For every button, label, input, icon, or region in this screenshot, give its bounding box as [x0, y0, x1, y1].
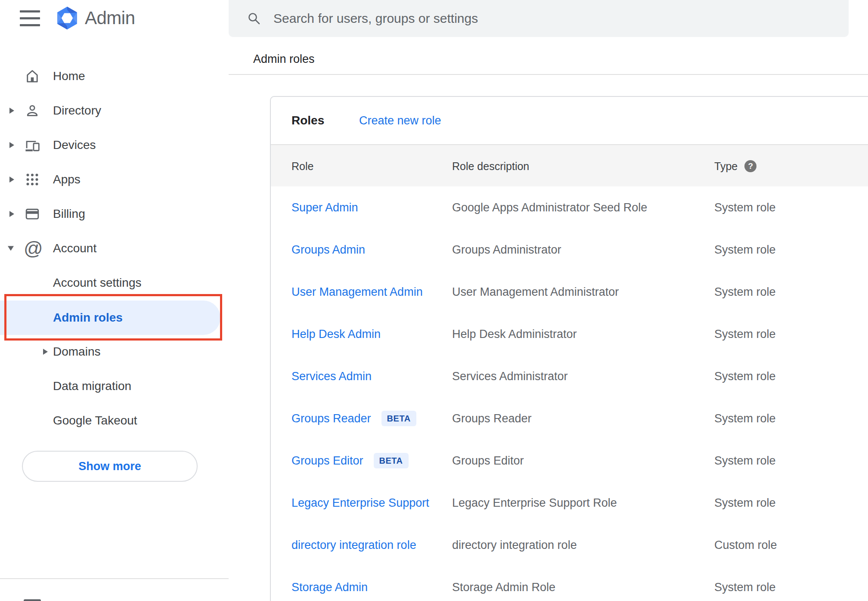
roles-card: Roles Create new role Role Role descript… [270, 96, 868, 601]
role-link[interactable]: Services Admin [291, 370, 372, 383]
google-admin-logo-icon [55, 6, 80, 31]
table-row: Groups Editor BETA Groups Editor System … [271, 440, 868, 483]
sidebar-item-billing[interactable]: Billing [0, 197, 229, 231]
table-row: Legacy Enterprise Support Legacy Enterpr… [271, 482, 868, 525]
role-link[interactable]: Storage Admin [291, 581, 368, 594]
chevron-right-icon[interactable] [9, 177, 14, 183]
table-row: Services Admin Services Administrator Sy… [271, 355, 868, 398]
column-header-type: Type ? [714, 145, 756, 187]
clipped-sidebar-icon [24, 599, 41, 601]
sidebar-item-label: Billing [53, 207, 85, 221]
role-description: Services Administrator [452, 355, 568, 397]
beta-badge: BETA [374, 453, 409, 468]
sidebar-item-label: Account settings [53, 276, 141, 290]
app-title: Admin [85, 5, 135, 31]
role-type: System role [714, 355, 776, 397]
role-type: System role [714, 229, 776, 271]
role-description: Help Desk Administrator [452, 313, 577, 355]
sidebar-item-admin-roles[interactable]: Admin roles [0, 300, 220, 335]
role-description: Legacy Enterprise Support Role [452, 482, 617, 524]
table-row: Storage Admin Storage Admin Role System … [271, 566, 868, 601]
home-icon [25, 68, 40, 84]
credit-card-icon [25, 206, 40, 222]
role-type: System role [714, 186, 776, 229]
show-more-label: Show more [78, 460, 141, 473]
sidebar-item-google-takeout[interactable]: Google Takeout [0, 403, 229, 438]
table-row: Groups Reader BETA Groups Reader System … [271, 397, 868, 440]
role-description: Google Apps Administrator Seed Role [452, 186, 647, 229]
sidebar-item-data-migration[interactable]: Data migration [0, 369, 229, 403]
sidebar-item-label: Admin roles [53, 311, 123, 325]
sidebar-item-label: Apps [53, 173, 81, 186]
role-description: Groups Editor [452, 440, 524, 482]
table-row: Help Desk Admin Help Desk Administrator … [271, 313, 868, 356]
at-sign-icon: @ [24, 239, 43, 258]
sidebar-item-label: Directory [53, 104, 101, 118]
beta-badge: BETA [381, 411, 416, 426]
column-header-role: Role [291, 145, 313, 187]
role-link[interactable]: Groups Reader [291, 412, 371, 425]
table-row: Groups Admin Groups Administrator System… [271, 229, 868, 272]
sidebar-item-label: Home [53, 69, 85, 83]
create-new-role-link[interactable]: Create new role [359, 97, 441, 144]
person-icon [25, 103, 40, 118]
role-type: System role [714, 397, 776, 440]
breadcrumb: Admin roles [253, 53, 315, 66]
role-link[interactable]: Groups Editor [291, 454, 363, 468]
role-type: System role [714, 313, 776, 355]
show-more-button[interactable]: Show more [22, 451, 198, 482]
header-divider [229, 74, 868, 75]
role-link[interactable]: User Management Admin [291, 285, 423, 299]
apps-grid-icon [25, 172, 40, 187]
role-link[interactable]: Help Desk Admin [291, 328, 381, 341]
sidebar-item-label: Data migration [53, 379, 131, 393]
sidebar-item-domains[interactable]: Domains [0, 335, 229, 369]
search-input[interactable] [273, 11, 825, 26]
devices-icon [25, 137, 40, 153]
hamburger-bar [20, 10, 40, 12]
chevron-right-icon[interactable] [9, 142, 14, 148]
sidebar-item-label: Devices [53, 138, 96, 152]
search-icon [247, 11, 261, 26]
sidebar-item-label: Domains [53, 345, 100, 359]
table-header-row: Role Role description Type ? [271, 144, 868, 187]
table-row: User Management Admin User Management Ad… [271, 271, 868, 314]
role-description: User Management Administrator [452, 271, 619, 313]
role-type: Custom role [714, 524, 777, 566]
hamburger-menu-icon[interactable] [20, 10, 40, 26]
sidebar-item-account-settings[interactable]: Account settings [0, 266, 229, 300]
search-bar[interactable] [229, 0, 849, 37]
role-description: directory integration role [452, 524, 577, 566]
role-type: System role [714, 566, 776, 601]
sidebar-item-label: Google Takeout [53, 414, 137, 428]
table-row: Super Admin Google Apps Administrator Se… [271, 186, 868, 229]
help-icon[interactable]: ? [744, 160, 756, 172]
sidebar-item-account[interactable]: @ Account [0, 231, 229, 266]
role-type: System role [714, 271, 776, 313]
role-type: System role [714, 482, 776, 524]
role-link[interactable]: Super Admin [291, 201, 358, 214]
chevron-right-icon[interactable] [9, 108, 14, 114]
hamburger-bar [20, 17, 40, 19]
role-link[interactable]: Legacy Enterprise Support [291, 496, 429, 510]
column-header-type-label: Type [714, 160, 738, 173]
sidebar-item-home[interactable]: Home [0, 59, 229, 93]
sidebar-item-label: Account [53, 242, 96, 255]
sidebar-item-apps[interactable]: Apps [0, 162, 229, 197]
chevron-down-icon[interactable] [8, 246, 14, 251]
roles-title: Roles [291, 97, 324, 144]
role-description: Groups Administrator [452, 229, 561, 271]
role-link[interactable]: directory integration role [291, 539, 416, 552]
sidebar-item-devices[interactable]: Devices [0, 128, 229, 162]
chevron-right-icon[interactable] [9, 211, 14, 217]
hamburger-bar [20, 24, 40, 26]
chevron-right-icon[interactable] [43, 349, 48, 355]
role-type: System role [714, 440, 776, 482]
table-row: directory integration role directory int… [271, 524, 868, 567]
role-description: Groups Reader [452, 397, 532, 440]
role-link[interactable]: Groups Admin [291, 243, 365, 257]
column-header-description: Role description [452, 145, 529, 187]
sidebar-item-directory[interactable]: Directory [0, 93, 229, 128]
role-description: Storage Admin Role [452, 566, 555, 601]
sidebar-divider [0, 578, 229, 579]
